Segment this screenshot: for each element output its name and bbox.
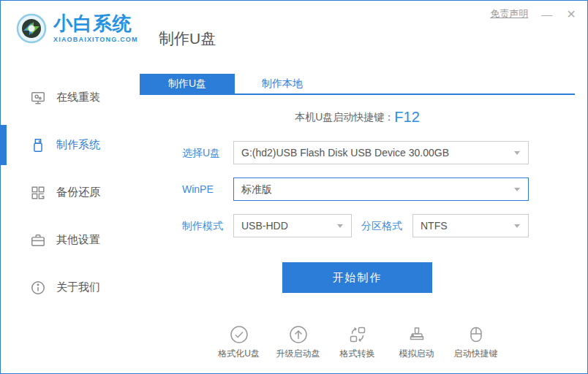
hotkey-value: F12 — [394, 109, 419, 125]
close-button[interactable]: × — [565, 7, 577, 21]
chevron-down-icon — [514, 188, 520, 191]
winpe-select[interactable]: 标准版 — [233, 178, 529, 201]
logo-swirl-icon — [15, 12, 48, 45]
titlebar-controls: 免责声明 — × — [490, 7, 577, 21]
sidebar-item-other-settings[interactable]: 其他设置 — [1, 216, 136, 264]
sidebar: 在线重装 制作系统 备份还原 — [1, 74, 136, 311]
tool-label: 格式转换 — [340, 348, 375, 360]
monitor-icon — [30, 90, 46, 106]
logo-subtitle: XIAOBAIXITONG.COM — [53, 36, 138, 43]
tool-format-convert[interactable]: 格式转换 — [328, 324, 387, 360]
tab-make-local[interactable]: 制作本地 — [235, 74, 330, 94]
start-make-button[interactable]: 开始制作 — [282, 262, 432, 293]
sidebar-item-make-system[interactable]: 制作系统 — [1, 121, 136, 169]
sidebar-item-online-reinstall[interactable]: 在线重装 — [1, 74, 136, 121]
mode-select-label: 制作模式 — [182, 220, 223, 233]
app-window: 免责声明 — × 小白系统 XIAOBAIXITONG.COM 制作U盘 — [0, 0, 588, 374]
mode-select[interactable]: USB-HDD — [233, 214, 352, 237]
sidebar-item-about-us[interactable]: 关于我们 — [1, 264, 136, 311]
format-check-icon — [229, 324, 249, 344]
tool-label: 格式化U盘 — [218, 348, 260, 360]
page-title: 制作U盘 — [159, 28, 216, 49]
logo-text: 小白系统 XIAOBAIXITONG.COM — [53, 14, 138, 42]
partition-select-label: 分区格式 — [361, 220, 402, 233]
usb-select-label: 选择U盘 — [182, 147, 220, 160]
simulate-stamp-icon — [407, 324, 426, 344]
tool-boot-hotkey[interactable]: 启动快捷键 — [446, 324, 505, 360]
tool-simulate-boot[interactable]: 模拟启动 — [387, 324, 446, 360]
partition-select[interactable]: NTFS — [412, 214, 529, 237]
partition-select-value: NTFS — [421, 220, 448, 232]
backup-grid-icon — [30, 185, 46, 201]
chevron-down-icon — [337, 224, 343, 228]
sidebar-item-backup-restore[interactable]: 备份还原 — [1, 169, 136, 216]
usb-select[interactable]: G:(hd2)USB Flash Disk USB Device 30.00GB — [233, 141, 529, 164]
chevron-down-icon — [514, 151, 520, 155]
minimize-button[interactable]: — — [540, 7, 554, 21]
chevron-down-icon — [514, 224, 520, 228]
sidebar-item-label: 在线重装 — [56, 91, 100, 104]
tool-upgrade-boot-disk[interactable]: 升级启动盘 — [268, 324, 328, 360]
winpe-select-label: WinPE — [182, 183, 214, 195]
winpe-select-value: 标准版 — [241, 183, 272, 195]
tool-label: 模拟启动 — [399, 348, 434, 360]
logo-title: 小白系统 — [53, 14, 138, 34]
hotkey-label: 本机U盘启动快捷键： — [295, 111, 394, 123]
tool-format-usb[interactable]: 格式化U盘 — [209, 324, 268, 360]
tab-bar: 制作U盘 制作本地 — [140, 74, 575, 95]
briefcase-icon — [30, 232, 46, 248]
app-logo: 小白系统 XIAOBAIXITONG.COM — [15, 12, 138, 45]
usb-drive-icon — [30, 137, 46, 153]
sidebar-item-label: 备份还原 — [56, 186, 100, 199]
tab-make-usb[interactable]: 制作U盘 — [140, 74, 235, 94]
boot-hotkey-hint: 本机U盘启动快捷键：F12 — [140, 109, 575, 126]
mode-select-value: USB-HDD — [241, 220, 288, 232]
sidebar-item-label: 关于我们 — [56, 280, 100, 294]
upgrade-arrow-icon — [288, 324, 308, 344]
convert-icon — [347, 324, 367, 344]
boot-hotkey-mouse-icon — [466, 324, 486, 344]
tool-label: 启动快捷键 — [454, 348, 498, 360]
info-icon — [30, 280, 46, 296]
footer-toolbar: 格式化U盘 升级启动盘 格式转换 — [209, 324, 505, 360]
sidebar-item-label: 其他设置 — [56, 233, 100, 247]
sidebar-item-label: 制作系统 — [56, 138, 100, 152]
disclaimer-link[interactable]: 免责声明 — [490, 7, 528, 20]
tool-label: 升级启动盘 — [276, 348, 320, 360]
usb-select-value: G:(hd2)USB Flash Disk USB Device 30.00GB — [241, 147, 449, 159]
